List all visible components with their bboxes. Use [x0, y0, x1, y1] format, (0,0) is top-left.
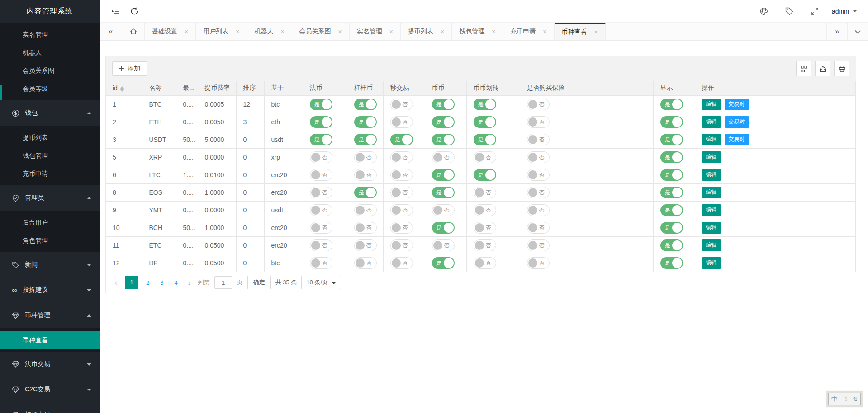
second-trade-toggle[interactable]: 否 — [390, 169, 413, 181]
show-toggle[interactable]: 是 — [660, 204, 683, 216]
insurance-toggle[interactable]: 否 — [527, 151, 550, 163]
coin-trade-toggle[interactable]: 是 — [432, 169, 455, 181]
edit-button[interactable]: 编辑 — [702, 204, 721, 216]
export-button[interactable] — [815, 61, 830, 76]
page-2-button[interactable]: 2 — [143, 279, 152, 286]
column-header-id[interactable]: id — [106, 81, 142, 95]
edit-button[interactable]: 编辑 — [702, 187, 721, 198]
fiat-toggle[interactable]: 否 — [310, 257, 332, 269]
second-trade-toggle[interactable]: 否 — [390, 116, 413, 128]
prev-page-button[interactable]: ‹ — [112, 278, 120, 287]
coin-trade-toggle[interactable]: 是 — [432, 257, 455, 269]
tab-withdraw-list[interactable]: 提币列表× — [401, 23, 452, 40]
close-icon[interactable]: × — [389, 28, 393, 35]
sidebar-item-wallet-manage[interactable]: 钱包管理 — [0, 146, 100, 164]
sidebar-item-robot[interactable]: 机器人 — [0, 43, 100, 61]
coin-trade-toggle[interactable]: 是 — [432, 187, 455, 198]
goto-confirm-button[interactable]: 确定 — [247, 276, 271, 289]
page-3-button[interactable]: 3 — [157, 279, 166, 286]
page-4-button[interactable]: 4 — [171, 279, 180, 286]
tabs-menu-button[interactable] — [847, 23, 868, 40]
show-toggle[interactable]: 是 — [660, 239, 683, 251]
coin-trade-toggle[interactable]: 是 — [432, 222, 455, 234]
ime-language-mode[interactable]: 中 — [831, 395, 837, 403]
edit-button[interactable]: 编辑 — [702, 99, 721, 110]
close-icon[interactable]: × — [236, 28, 239, 35]
edit-button[interactable]: 编辑 — [702, 151, 721, 163]
insurance-toggle[interactable]: 否 — [527, 239, 550, 251]
edit-button[interactable]: 编辑 — [702, 239, 721, 251]
tab-realname[interactable]: 实名管理× — [350, 23, 401, 40]
lever-toggle[interactable]: 否 — [354, 222, 377, 234]
transfer-toggle[interactable]: 否 — [474, 222, 496, 234]
insurance-toggle[interactable]: 否 — [527, 116, 550, 128]
second-trade-toggle[interactable]: 是 — [390, 134, 413, 145]
sidebar-group-fiat-trade[interactable]: 法币交易 — [0, 352, 100, 377]
next-page-button[interactable]: › — [185, 278, 194, 287]
sidebar-item-member-relations[interactable]: 会员关系图 — [0, 61, 100, 80]
coin-trade-toggle[interactable]: 是 — [432, 99, 455, 110]
tab-wallet-manage[interactable]: 钱包管理× — [452, 23, 503, 40]
close-icon[interactable]: × — [280, 28, 284, 35]
sidebar-item-deposit-apply[interactable]: 充币申请 — [0, 164, 100, 183]
coin-trade-toggle[interactable]: 是 — [432, 116, 455, 128]
trade-pair-button[interactable]: 交易对 — [725, 99, 749, 110]
coin-trade-toggle[interactable]: 否 — [432, 151, 455, 163]
collapse-sidebar-icon[interactable] — [106, 0, 125, 23]
show-toggle[interactable]: 是 — [660, 151, 683, 163]
tab-deposit-apply[interactable]: 充币申请× — [503, 23, 554, 40]
home-tab[interactable] — [122, 23, 145, 40]
refresh-icon[interactable] — [125, 0, 144, 23]
sidebar-item-backend-users[interactable]: 后台用户 — [0, 213, 100, 231]
lever-toggle[interactable]: 否 — [354, 151, 377, 163]
close-icon[interactable]: × — [185, 28, 188, 35]
close-icon[interactable]: × — [492, 28, 495, 35]
insurance-toggle[interactable]: 否 — [527, 204, 550, 216]
coin-trade-toggle[interactable]: 否 — [432, 204, 455, 216]
tab-robot[interactable]: 机器人× — [247, 23, 292, 40]
columns-filter-button[interactable] — [796, 61, 811, 76]
show-toggle[interactable]: 是 — [660, 99, 683, 110]
transfer-toggle[interactable]: 否 — [474, 151, 496, 163]
ime-switch-icon[interactable]: ⇅ — [853, 396, 858, 403]
fiat-toggle[interactable]: 否 — [310, 187, 332, 198]
close-icon[interactable]: × — [594, 28, 598, 36]
lever-toggle[interactable]: 是 — [354, 187, 377, 198]
lever-toggle[interactable]: 否 — [354, 239, 377, 251]
second-trade-toggle[interactable]: 否 — [390, 222, 413, 234]
sidebar-scrollbar-thumb[interactable] — [0, 85, 2, 100]
lever-toggle[interactable]: 是 — [354, 99, 377, 110]
sidebar-item-realname[interactable]: 实名管理 — [0, 25, 100, 43]
show-toggle[interactable]: 是 — [660, 169, 683, 181]
fiat-toggle[interactable]: 否 — [310, 239, 332, 251]
insurance-toggle[interactable]: 否 — [527, 169, 550, 181]
coin-trade-toggle[interactable]: 是 — [432, 134, 455, 145]
transfer-toggle[interactable]: 是 — [474, 116, 496, 128]
show-toggle[interactable]: 是 — [660, 222, 683, 234]
tab-basic-settings[interactable]: 基础设置× — [145, 23, 196, 40]
fiat-toggle[interactable]: 否 — [310, 169, 332, 181]
sidebar-item-coin-view[interactable]: 币种查看 — [0, 331, 100, 349]
lever-toggle[interactable]: 否 — [354, 169, 377, 181]
second-trade-toggle[interactable]: 否 — [390, 204, 413, 216]
sidebar-group-c2c-trade[interactable]: C2C交易 — [0, 377, 100, 402]
close-icon[interactable]: × — [543, 28, 546, 35]
second-trade-toggle[interactable]: 否 — [390, 99, 413, 110]
show-toggle[interactable]: 是 — [660, 134, 683, 145]
insurance-toggle[interactable]: 否 — [527, 187, 550, 198]
transfer-toggle[interactable]: 是 — [474, 134, 496, 145]
edit-button[interactable]: 编辑 — [702, 257, 721, 269]
fiat-toggle[interactable]: 是 — [310, 134, 332, 145]
transfer-toggle[interactable]: 是 — [474, 99, 496, 110]
sidebar-group-admin[interactable]: 管理员 — [0, 185, 100, 211]
tag-icon[interactable] — [777, 0, 802, 23]
transfer-toggle[interactable]: 否 — [474, 239, 496, 251]
close-icon[interactable]: × — [441, 28, 444, 35]
coin-trade-toggle[interactable]: 否 — [432, 239, 455, 251]
insurance-toggle[interactable]: 否 — [527, 257, 550, 269]
tab-user-list[interactable]: 用户列表× — [196, 23, 247, 40]
transfer-toggle[interactable]: 否 — [474, 187, 496, 198]
fiat-toggle[interactable]: 否 — [310, 151, 332, 163]
lever-toggle[interactable]: 否 — [354, 204, 377, 216]
fiat-toggle[interactable]: 是 — [310, 116, 332, 128]
